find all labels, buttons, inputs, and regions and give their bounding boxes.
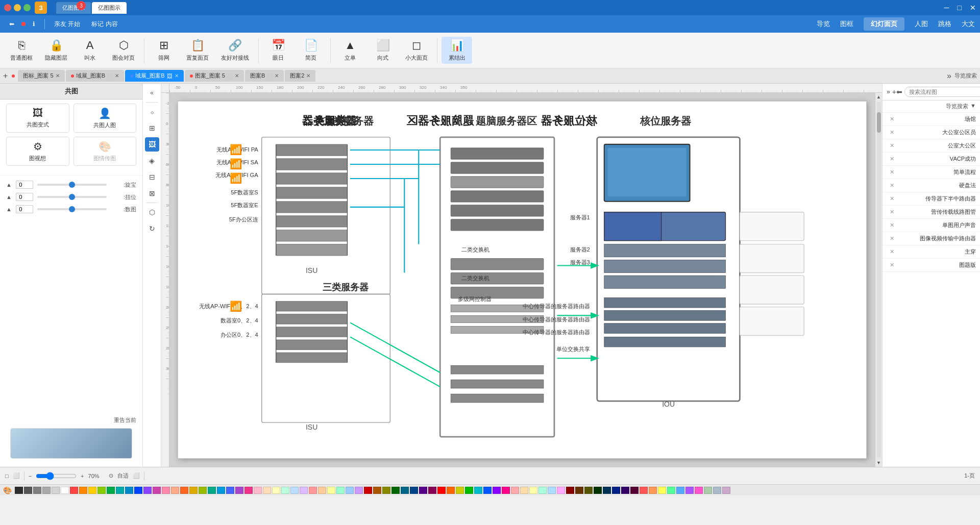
color-swatch-66[interactable]	[621, 487, 629, 494]
slider-shutu-track[interactable]	[37, 208, 107, 210]
slider-xuanzhuan-track[interactable]	[37, 184, 107, 186]
color-swatch-4[interactable]	[52, 487, 60, 494]
tab-nav-right[interactable]: »	[947, 71, 951, 81]
tb2-link[interactable]: 🔗 友好对接线	[216, 37, 254, 64]
color-swatch-58[interactable]	[548, 487, 556, 494]
bb-zoom-in-btn[interactable]: +	[81, 473, 84, 479]
bb-zoom-out-btn[interactable]: −	[29, 473, 32, 479]
color-swatch-20[interactable]	[199, 487, 207, 494]
rp-item-10[interactable]: ✕ 图像视频传输中路由器	[883, 232, 980, 245]
color-swatch-49[interactable]	[465, 487, 473, 494]
color-swatch-65[interactable]	[612, 487, 620, 494]
tb2-yincang[interactable]: 🔒 隐藏图层	[40, 37, 72, 64]
tb2-shuiyin[interactable]: A 叫水	[75, 37, 105, 64]
zoom-slider-input[interactable]	[36, 472, 77, 480]
rp-item-11[interactable]: ✕ 主穿	[883, 245, 980, 259]
color-swatch-72[interactable]	[676, 487, 684, 494]
nav-renshu[interactable]: 人图	[915, 19, 928, 29]
rp-x-7[interactable]: ✕	[890, 195, 894, 202]
color-swatch-10[interactable]	[107, 487, 115, 494]
color-swatch-69[interactable]	[649, 487, 657, 494]
rp-item-2[interactable]: ✕ 大公室公区员	[883, 126, 980, 139]
color-swatch-34[interactable]	[327, 487, 335, 494]
tab-5-close[interactable]: ✕	[275, 73, 279, 79]
color-swatch-31[interactable]	[300, 487, 308, 494]
color-swatch-17[interactable]	[171, 487, 179, 494]
scroll-up-btn[interactable]: ▲	[875, 93, 882, 101]
slider-shutu-minus[interactable]: ▲	[6, 206, 12, 212]
color-swatch-30[interactable]	[290, 487, 299, 494]
rp-x-12[interactable]: ✕	[890, 262, 894, 268]
right-scrollbar[interactable]: ▲ ▼	[875, 93, 882, 467]
scroll-track[interactable]	[877, 102, 881, 458]
mini-refresh-btn[interactable]: ↻	[145, 221, 159, 236]
color-swatch-2[interactable]	[33, 487, 41, 494]
scroll-thumb[interactable]	[877, 112, 881, 133]
tb2-xiangshi[interactable]: ⬜ 向式	[368, 37, 398, 64]
tab-item-2[interactable]: 域展_图案B 🖼 ✕	[66, 70, 124, 82]
tab-6-close[interactable]: ✕	[306, 73, 310, 79]
color-swatch-64[interactable]	[603, 487, 611, 494]
rp-item-3[interactable]: ✕ 公室大公区	[883, 139, 980, 153]
color-swatch-24[interactable]	[235, 487, 243, 494]
win-close-icon[interactable]: ✕	[970, 4, 976, 12]
color-swatch-15[interactable]	[153, 487, 161, 494]
color-swatch-39[interactable]	[373, 487, 381, 494]
color-swatch-54[interactable]	[511, 487, 519, 494]
nav-tukuang[interactable]: 图框	[840, 19, 853, 29]
color-swatch-73[interactable]	[685, 487, 694, 494]
color-swatch-47[interactable]	[447, 487, 455, 494]
panel-item-rentu[interactable]: 👤 共图人图	[74, 104, 137, 133]
tab-2-close[interactable]: ✕	[115, 73, 119, 79]
win-restore-icon[interactable]: □	[958, 4, 962, 12]
color-swatch-9[interactable]	[97, 487, 106, 494]
color-swatch-56[interactable]	[529, 487, 537, 494]
rp-x-8[interactable]: ✕	[890, 209, 894, 215]
rp-item-1[interactable]: ✕ 场馆	[883, 113, 980, 126]
color-swatch-33[interactable]	[318, 487, 326, 494]
color-swatch-45[interactable]	[428, 487, 436, 494]
mini-table-btn[interactable]: ⊟	[145, 170, 159, 184]
bb-zoom-reset-btn[interactable]: ⊙	[109, 472, 113, 479]
color-swatch-28[interactable]	[272, 487, 280, 494]
color-swatch-0[interactable]	[15, 487, 23, 494]
rp-collapse-btn[interactable]: »	[887, 88, 890, 95]
color-swatch-59[interactable]	[557, 487, 565, 494]
mini-shape-btn[interactable]: ⊞	[145, 121, 159, 135]
start-button[interactable]: 亲友 开始	[50, 18, 84, 30]
color-swatch-12[interactable]	[125, 487, 133, 494]
color-swatch-13[interactable]	[134, 487, 142, 494]
mini-grid-btn[interactable]: ⊠	[145, 186, 159, 201]
tab-item-3[interactable]: 域展_图案B 🖼 ✕	[125, 70, 183, 82]
tb2-grid[interactable]: ⊞ 筛网	[149, 37, 179, 64]
color-swatch-5[interactable]	[61, 487, 69, 494]
tab-item-4[interactable]: 图案_图案 5 🖼 ✕	[185, 70, 244, 82]
tb2-fuzhiye[interactable]: 📋 置复面页	[181, 37, 214, 64]
color-swatch-21[interactable]	[208, 487, 216, 494]
title-tab-2[interactable]: 亿图图示	[92, 2, 127, 14]
rp-x-1[interactable]: ✕	[890, 116, 894, 122]
rp-x-6[interactable]: ✕	[890, 182, 894, 189]
mark-button[interactable]: 标记 内容	[87, 18, 121, 30]
mini-image-btn[interactable]: 🖼	[145, 137, 159, 152]
color-swatch-32[interactable]	[309, 487, 317, 494]
info-button[interactable]: ℹ	[29, 19, 39, 29]
color-swatch-61[interactable]	[575, 487, 583, 494]
tb2-putong[interactable]: ⎘ 普通图框	[5, 37, 38, 64]
color-swatch-77[interactable]	[722, 487, 730, 494]
tab-item-5[interactable]: 图案B 🖼 ✕	[245, 70, 284, 82]
slider-niuwei-minus[interactable]: ▲	[6, 194, 12, 200]
tb2-dingwei[interactable]: ⬡ 图会对页	[107, 37, 140, 64]
mini-link-btn[interactable]: ⬡	[145, 205, 159, 219]
color-picker-icon[interactable]: 🎨	[3, 486, 12, 494]
color-swatch-1[interactable]	[24, 487, 32, 494]
panel-item-tushixiang[interactable]: ⚙ 图视想	[6, 137, 69, 166]
color-swatch-70[interactable]	[658, 487, 666, 494]
color-swatch-55[interactable]	[520, 487, 528, 494]
color-swatch-19[interactable]	[189, 487, 198, 494]
slider-niuwei-input[interactable]	[16, 193, 33, 201]
color-swatch-44[interactable]	[419, 487, 427, 494]
color-swatch-26[interactable]	[254, 487, 262, 494]
color-swatch-71[interactable]	[667, 487, 675, 494]
tab-4-close[interactable]: ✕	[235, 73, 239, 79]
